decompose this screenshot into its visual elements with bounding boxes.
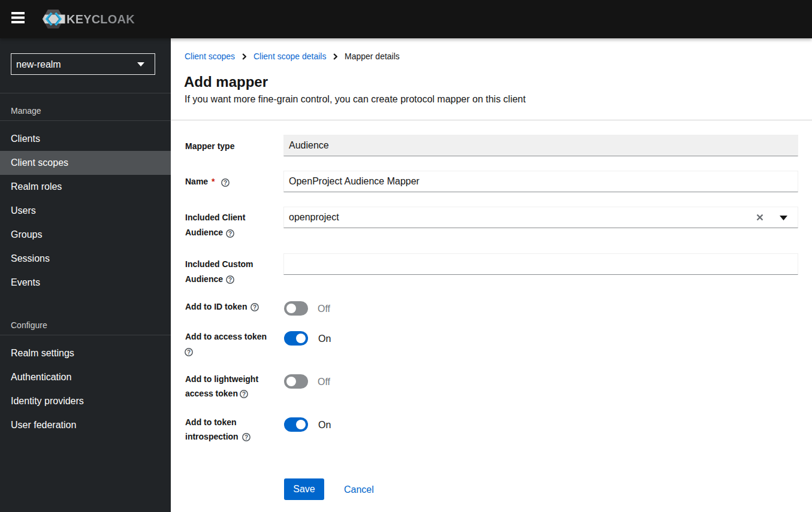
svg-text:?: ?: [252, 304, 256, 311]
svg-text:?: ?: [228, 231, 232, 237]
svg-text:?: ?: [244, 434, 248, 441]
svg-text:?: ?: [223, 179, 227, 186]
svg-text:?: ?: [228, 277, 232, 283]
svg-text:?: ?: [242, 391, 246, 398]
svg-text:?: ?: [187, 349, 191, 356]
